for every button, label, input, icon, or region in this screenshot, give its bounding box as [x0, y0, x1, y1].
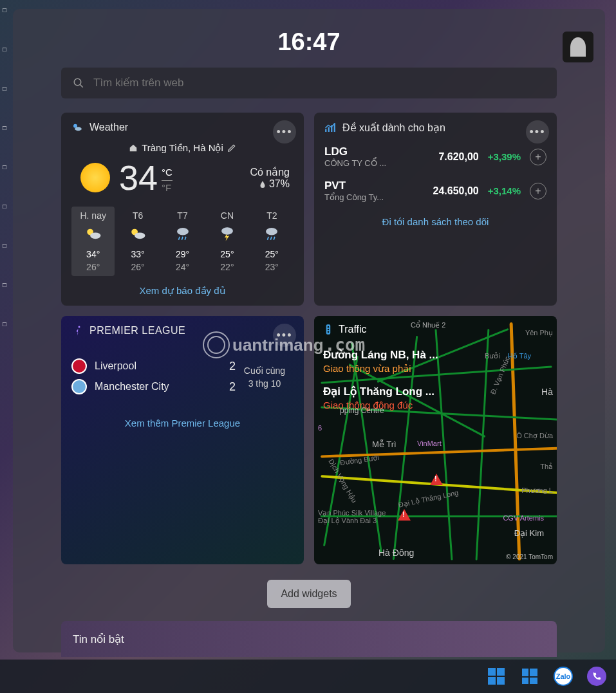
day-name: T2: [252, 210, 292, 221]
stock-company: CÔNG TY CỔ ...: [324, 158, 429, 168]
svg-point-3: [75, 127, 82, 131]
search-input[interactable]: [93, 77, 545, 89]
weather-card: Weather ••• Tràng Tiền, Hà Nội 34 °C °F …: [61, 113, 304, 306]
map-place: Hà Đông: [378, 548, 414, 558]
current-temp: 34: [119, 158, 158, 198]
map-place: Mễ Trì: [372, 439, 397, 449]
match-row: Liverpool2: [71, 358, 236, 374]
stocks-more-button[interactable]: •••: [526, 120, 549, 143]
viber-app[interactable]: [586, 666, 607, 687]
map-place: Thả: [540, 463, 553, 471]
stocks-link[interactable]: Đi tới danh sách theo dõi: [324, 216, 546, 228]
stock-change: +3,39%: [488, 151, 521, 162]
svg-line-11: [185, 237, 186, 240]
day-name: T7: [162, 210, 203, 221]
taskbar: Zalo: [0, 660, 616, 693]
svg-point-13: [266, 228, 277, 235]
map-place: Đ. Vạn Phúc: [489, 355, 512, 396]
avatar[interactable]: [563, 32, 593, 62]
sports-link[interactable]: Xem thêm Premier League: [71, 418, 294, 429]
forecast-day[interactable]: T729°24°: [161, 207, 204, 276]
droplet-icon: [259, 180, 266, 189]
club-badge: [71, 379, 87, 394]
svg-line-16: [274, 237, 275, 240]
stock-row[interactable]: PVTTổng Công Ty...24.650,00+3,14%+: [324, 180, 546, 202]
celsius-toggle[interactable]: °C: [162, 167, 173, 179]
day-name: T6: [117, 210, 158, 221]
sports-more-button[interactable]: •••: [273, 324, 296, 347]
news-title: Tin nổi bật: [73, 633, 124, 646]
home-icon: [129, 143, 138, 152]
weather-more-button[interactable]: •••: [273, 120, 296, 143]
sports-title: PREMIER LEAGUE: [89, 325, 185, 337]
add-widgets-button[interactable]: Add widgets: [267, 580, 351, 608]
map-place: Đại Lộ Vành Đai 3: [318, 517, 377, 525]
svg-line-14: [268, 237, 269, 240]
traffic-card: Traffic •••: [314, 316, 557, 564]
forecast-day[interactable]: T225°23°: [250, 207, 294, 276]
stock-change: +3,14%: [488, 185, 521, 196]
traffic-route-2: Đại Lộ Thăng Long ...: [323, 385, 438, 398]
match-row: Manchester City2: [71, 379, 236, 394]
temp-low: 24°: [162, 262, 203, 272]
weather-icon: [71, 122, 83, 133]
map-copyright: © 2021 TomTom: [506, 553, 553, 560]
map-place: VinMart: [417, 439, 442, 447]
temp-high: 34°: [73, 249, 113, 259]
alert-icon: [398, 509, 411, 521]
temp-low: 23°: [252, 262, 292, 272]
team-name: Manchester City: [95, 381, 223, 393]
traffic-route-1: Đường Láng NB, Hà ...: [323, 348, 438, 362]
traffic-map[interactable]: Cổ Nhuế 2 Yên Phụ Hồ Tây Bưởi Hà Ô Chợ D…: [314, 316, 557, 564]
sun-icon: [80, 163, 110, 192]
add-stock-button[interactable]: +: [530, 183, 546, 199]
traffic-title: Traffic: [339, 324, 367, 335]
forecast-day[interactable]: H. nay34°26°: [71, 207, 115, 276]
add-stock-button[interactable]: +: [530, 149, 546, 165]
svg-point-17: [79, 326, 80, 328]
team-score: 2: [229, 380, 236, 394]
map-place: Hà: [541, 387, 553, 397]
forecast-day[interactable]: CN25°22°: [205, 207, 248, 276]
stock-symbol: LDG: [324, 145, 429, 158]
weather-location: Tràng Tiền, Hà Nội: [142, 142, 223, 154]
humidity: 37%: [269, 178, 290, 190]
chart-icon: [324, 122, 336, 134]
weather-link[interactable]: Xem dự báo đầy đủ: [71, 285, 294, 297]
start-button[interactable]: [486, 666, 507, 687]
forecast-day[interactable]: T633°26°: [116, 207, 159, 276]
match-date: 3 thg 10: [236, 378, 294, 389]
search-icon: [73, 77, 84, 89]
day-name: H. nay: [73, 210, 113, 221]
svg-point-12: [221, 227, 233, 234]
fahrenheit-toggle[interactable]: °F: [162, 182, 173, 193]
stocks-title: Đề xuất dành cho bạn: [342, 122, 445, 134]
svg-point-5: [90, 232, 100, 239]
map-place: 6: [318, 424, 322, 432]
stocks-card: Đề xuất dành cho bạn ••• LDGCÔNG TY CỔ .…: [314, 113, 557, 306]
svg-line-9: [178, 237, 180, 240]
news-card[interactable]: Tin nổi bật: [61, 621, 557, 657]
stock-row[interactable]: LDGCÔNG TY CỔ ...7.620,00+3,39%+: [324, 145, 546, 168]
svg-line-1: [80, 84, 83, 88]
map-place: Cổ Nhuế 2: [411, 321, 445, 329]
map-place: Đại Lộ Thăng Long: [398, 488, 460, 509]
thunder-icon: [207, 225, 247, 243]
match-status: Cuối cùng: [236, 365, 294, 376]
widgets-taskbar-button[interactable]: [519, 666, 540, 687]
traffic-light-icon: [323, 324, 333, 335]
edit-icon[interactable]: [227, 143, 236, 152]
club-badge: [71, 358, 87, 374]
temp-high: 29°: [162, 249, 203, 259]
map-place: Ô Chợ Dừa: [516, 432, 553, 440]
temp-high: 25°: [252, 249, 292, 259]
traffic-status-1: Giao thông vừa phải: [323, 363, 438, 374]
svg-point-20: [328, 329, 330, 331]
map-place: Yên Phụ: [525, 329, 553, 337]
svg-line-10: [182, 237, 183, 240]
traffic-status-2: Giao thông đông đúc: [323, 400, 438, 411]
temp-low: 22°: [207, 262, 247, 272]
sun-cloud-icon: [117, 225, 158, 243]
search-box[interactable]: [61, 68, 557, 98]
zalo-app[interactable]: Zalo: [553, 666, 574, 687]
